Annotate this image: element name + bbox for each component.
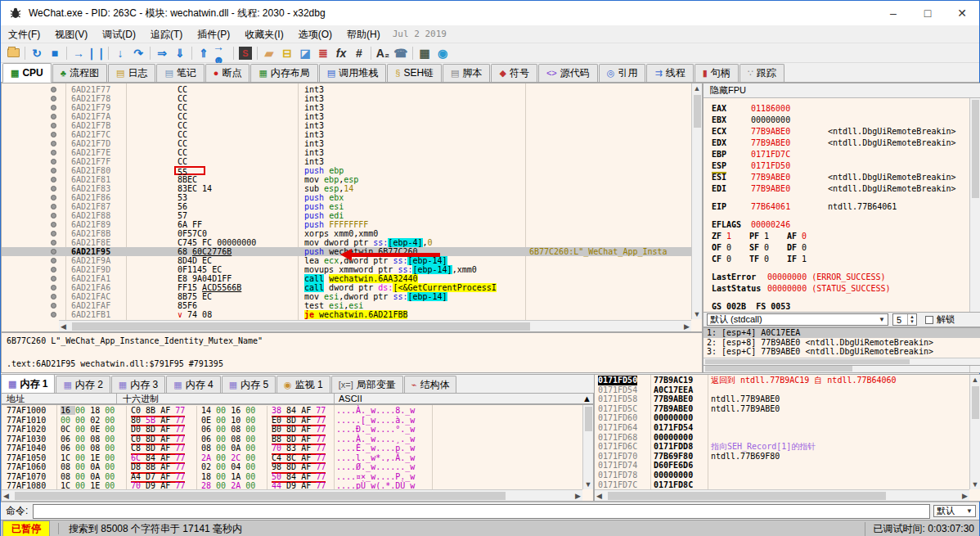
breakpoint-dot-icon[interactable] <box>51 114 56 119</box>
stack-row[interactable]: 0171FD5077B9AC19返回到 ntdll.77B9AC19 自 ntd… <box>595 376 969 385</box>
tab-流程图[interactable]: ♣流程图 <box>52 64 107 82</box>
breakpoint-dot-icon[interactable] <box>51 186 56 191</box>
stepper-arrows-icon[interactable]: ▲▼ <box>907 314 916 325</box>
argument-row[interactable]: 1: [esp+4] A0C17EEA <box>704 328 980 338</box>
stack-scroll-left-icon[interactable]: ◀ <box>596 491 602 501</box>
breakpoint-dot-icon[interactable] <box>51 105 56 110</box>
convention-select[interactable]: 默认 (stdcall) ▼ <box>707 313 888 326</box>
dump-hscrollbar[interactable]: ◀ ▶ <box>2 489 582 501</box>
breakpoint-dot-icon[interactable] <box>51 141 56 146</box>
disasm-row[interactable]: 6AD21FA1E8 9A04D1FFcall wechatwin.6AA324… <box>2 274 691 283</box>
disasm-row[interactable]: 6AD21F8383EC 14sub esp,14 <box>2 184 691 193</box>
dump-scroll-right-icon[interactable]: ▶ <box>575 491 581 501</box>
stack-scroll-up-icon[interactable]: ▲ <box>970 375 980 385</box>
flags-row[interactable]: OF 0SF 0DF 0 <box>704 242 969 254</box>
disasm-row[interactable]: 6AD21FA6FF15 ACD5566Bcall dword ptr ds:[… <box>2 283 691 292</box>
disasm-hscrollbar[interactable]: ◀ ▶ <box>59 320 691 331</box>
run-to-selection-icon[interactable]: ⇒ <box>153 45 171 61</box>
register-row-eax[interactable]: EAX01186000 <box>704 103 969 115</box>
argument-row[interactable]: 2: [esp+8] 77B9ABE0 <ntdll.DbgUiRemoteBr… <box>704 338 980 348</box>
segments-row[interactable]: GS 002B FS 0053 <box>704 301 969 313</box>
hide-fpu-button[interactable]: 隐藏FPU <box>704 83 980 98</box>
breakpoint-dot-icon[interactable] <box>51 213 56 218</box>
arg-count-stepper[interactable]: 5 ▲▼ <box>892 313 917 326</box>
disasm-row[interactable]: 6AD21F7BCCint3 <box>2 121 691 130</box>
dump-row[interactable]: 77AF103006 00 08 00C0 8D AF 7706 00 08 0… <box>2 435 582 444</box>
dump-scroll-up-icon[interactable]: ▲ <box>582 394 591 404</box>
menu-item-文件F[interactable]: 文件(F) <box>1 25 47 43</box>
dump-row[interactable]: 77AF106008 00 0A 00D8 8B AF 7702 00 04 0… <box>2 462 582 472</box>
breakpoint-dot-icon[interactable] <box>51 258 56 263</box>
disassembly-pane[interactable]: 6AD21F77CCint36AD21F78CCint36AD21F79CCin… <box>1 83 703 332</box>
disasm-row[interactable]: 6AD21F8B0F57C0xorps xmm0,xmm0 <box>2 229 691 238</box>
tab-日志[interactable]: ▤日志 <box>108 64 155 82</box>
scroll-up-icon[interactable]: ▲ <box>692 83 702 93</box>
dump-tab-结构体[interactable]: ⌁结构体 <box>404 376 457 393</box>
breakpoint-dot-icon[interactable] <box>51 195 56 200</box>
step-out-icon[interactable]: ⇓ <box>171 45 189 61</box>
breakpoint-dot-icon[interactable] <box>51 204 56 209</box>
menu-item-视图V[interactable]: 视图(V) <box>47 25 95 43</box>
dump-scroll-left-icon[interactable]: ◀ <box>3 491 9 501</box>
breakpoint-dot-icon[interactable] <box>51 231 56 236</box>
source-s-icon[interactable]: S <box>236 45 254 61</box>
menu-item-调试D[interactable]: 调试(D) <box>95 25 143 43</box>
dump-tab-局部变量[interactable]: [x=]局部变量 <box>331 376 403 393</box>
dump-row[interactable]: 77AF104006 00 08 00C8 8D AF 7708 00 0A 0… <box>2 444 582 453</box>
maximize-button[interactable]: □ <box>910 1 945 25</box>
register-row-ebp[interactable]: EBP0171FD7C <box>704 149 969 160</box>
stack-row[interactable]: 0171FD6C0171FDD8指向SEH_Record[1]的指针 <box>595 442 969 452</box>
flags-row[interactable]: ZF 1PF 1AF 0 <box>704 231 969 242</box>
dump-row[interactable]: 77AF10501C 00 1E 006C 84 AF 772A 00 2C 0… <box>2 453 582 463</box>
dump-col-ascii[interactable]: ASCII <box>339 394 362 404</box>
dump-tab-监视 1[interactable]: ◉监视 1 <box>276 376 330 393</box>
register-row-edi[interactable]: EDI77B9ABE0<ntdll.DbgUiRemoteBreakin> <box>704 183 969 195</box>
stack-row[interactable]: 0171FD6800000000 <box>595 433 969 443</box>
register-row-ecx[interactable]: ECX77B9ABE0<ntdll.DbgUiRemoteBreakin> <box>704 126 969 137</box>
disasm-row[interactable]: 6AD21F8055push ebp <box>2 166 691 175</box>
register-row-edx[interactable]: EDX77B9ABE0<ntdll.DbgUiRemoteBreakin> <box>704 137 969 149</box>
disasm-row[interactable]: 6AD21F7CCCint3 <box>2 130 691 139</box>
breakpoint-dot-icon[interactable] <box>51 123 56 128</box>
scroll-right-icon[interactable]: ▶ <box>684 322 690 331</box>
breakpoint-dot-icon[interactable] <box>51 132 56 137</box>
close-button[interactable]: ✕ <box>945 1 979 25</box>
dump-col-address[interactable]: 地址 <box>7 394 25 404</box>
breakpoint-dot-icon[interactable] <box>51 168 56 173</box>
dump-tab-内存 5[interactable]: ▦内存 5 <box>222 376 276 393</box>
stack-row[interactable]: 0171FD640171FD54 <box>595 423 969 433</box>
calculator-icon[interactable]: ▦ <box>416 45 434 61</box>
disasm-row[interactable]: 6AD21F7FCCint3 <box>2 157 691 166</box>
dump-row[interactable]: 77AF101000 00 02 0080 5B AF 770E 00 10 0… <box>2 416 582 426</box>
minimize-button[interactable]: – <box>876 1 910 25</box>
stack-row[interactable]: 0171FD7800000000 <box>595 471 969 480</box>
bookmarks-icon[interactable]: ≣ <box>314 45 332 61</box>
tab-句柄[interactable]: ▮句柄 <box>695 64 739 82</box>
breakpoint-dot-icon[interactable] <box>51 276 56 282</box>
stack-pane[interactable]: 0171FD5077B9AC19返回到 ntdll.77B9AC19 自 ntd… <box>594 374 980 502</box>
stack-scroll-right-icon[interactable]: ▶ <box>962 491 968 501</box>
register-row-esi[interactable]: ESI77B9ABE0<ntdll.DbgUiRemoteBreakin> <box>704 172 969 183</box>
disasm-row[interactable]: 6AD21F79CCint3 <box>2 103 691 112</box>
breakpoint-dot-icon[interactable] <box>51 222 56 227</box>
dump-tab-内存 4[interactable]: ▦内存 4 <box>166 376 220 393</box>
tab-内存布局[interactable]: ▦内存布局 <box>250 64 317 82</box>
dump-col-hex[interactable]: 十六进制 <box>123 394 159 404</box>
dump-row[interactable]: 77AF107008 00 0A 00A4 D7 AF 7718 00 1A 0… <box>2 472 582 482</box>
breakpoint-dot-icon[interactable] <box>51 285 56 291</box>
tab-线程[interactable]: ⇉线程 <box>646 64 693 82</box>
register-row-esp[interactable]: ESP0171FD50 <box>704 160 969 172</box>
tab-SEH链[interactable]: §SEH链 <box>387 64 442 82</box>
stack-row[interactable]: 0171FD7077B69F80ntdll.77B69F80 <box>595 452 969 462</box>
breakpoint-dot-icon[interactable] <box>51 87 56 92</box>
disasm-row[interactable]: 6AD21F78CCint3 <box>2 94 691 103</box>
dump-scroll-down-icon[interactable]: ▼ <box>583 480 593 489</box>
dump-tab-内存 3[interactable]: ▦内存 3 <box>111 376 165 393</box>
disasm-row[interactable]: 6AD21F7ACCint3 <box>2 112 691 121</box>
step-into-icon[interactable]: ↓ <box>111 45 129 61</box>
execute-till-return-icon[interactable]: ⇑ <box>195 45 213 61</box>
command-profile-select[interactable]: 默认 ▼ <box>933 505 976 517</box>
stack-scroll-down-icon[interactable]: ▼ <box>970 480 980 489</box>
disasm-row[interactable]: 6AD21F8756push esi <box>2 202 691 211</box>
menu-item-帮助H[interactable]: 帮助(H) <box>339 25 388 43</box>
